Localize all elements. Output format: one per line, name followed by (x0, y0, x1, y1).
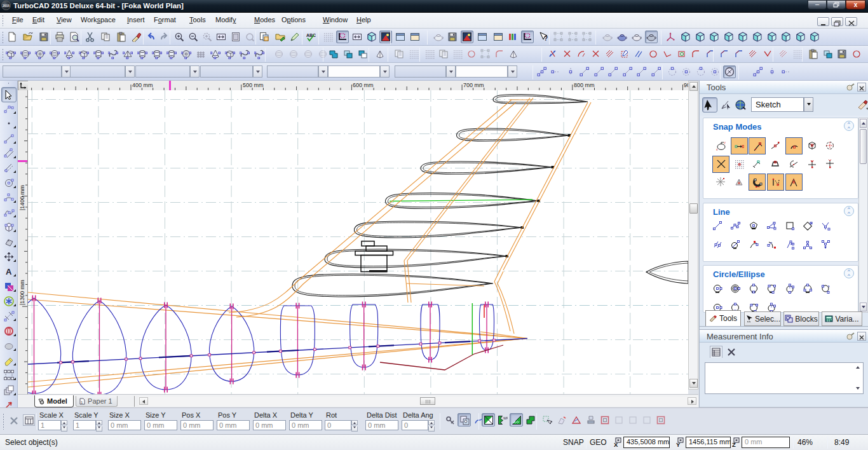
svg-text:800 mm: 800 mm (574, 82, 595, 88)
svg-text:400 mm: 400 mm (132, 82, 153, 88)
svg-text:Y: Y (676, 441, 681, 447)
svg-text:A: A (6, 267, 12, 276)
svg-text:500 mm: 500 mm (243, 82, 264, 88)
svg-text:X: X (614, 441, 618, 447)
svg-text:700 mm: 700 mm (463, 82, 484, 88)
svg-text:900 m: 900 m (684, 82, 688, 88)
svg-text:600 mm: 600 mm (353, 82, 374, 88)
svg-text:?: ? (544, 35, 548, 42)
svg-text:WP: WP (503, 416, 508, 420)
svg-text:Y: Y (724, 141, 726, 145)
svg-text:Z: Z (732, 441, 736, 447)
svg-text:ABC: ABC (306, 33, 316, 38)
